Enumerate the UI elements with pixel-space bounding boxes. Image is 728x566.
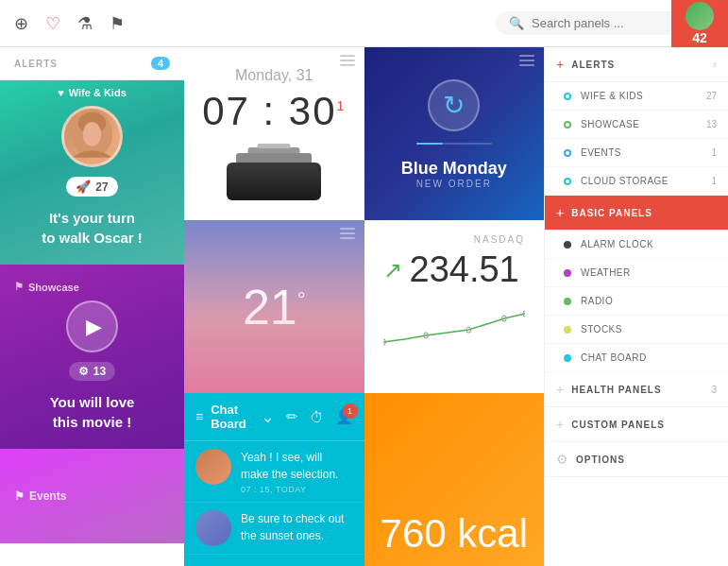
nasdaq-value: ↗ 234.51: [383, 249, 519, 290]
wife-kids-text: It's your turn to walk Oscar !: [42, 208, 143, 248]
sidebar-dot-alarm: [564, 241, 571, 249]
play-button[interactable]: ▶: [66, 300, 118, 352]
heart-icon[interactable]: ♡: [45, 13, 60, 34]
sidebar-item-cloud[interactable]: CLOUD STORAGE 1: [545, 167, 728, 196]
alerts-count: 4: [151, 57, 170, 70]
sidebar-item-radio[interactable]: RADIO: [545, 287, 728, 316]
clock-time: 07 : 301: [202, 89, 346, 134]
showcase-title: ⚑ Showcase: [0, 281, 184, 293]
events-card[interactable]: ⚑ Events: [0, 449, 184, 543]
sidebar-count-events: 1: [711, 147, 717, 158]
nasdaq-chart: [383, 300, 526, 355]
wife-kids-card[interactable]: ♥ Wife & Kids 🚀 27 It's your turn to wal…: [0, 80, 184, 265]
sidebar-basic-header[interactable]: + BASIC PANELS: [545, 196, 728, 231]
notif-count: 42: [692, 30, 707, 45]
sidebar-label-cloud: CLOUD STORAGE: [581, 176, 711, 186]
chat-header: ≡ Chat Board ⌄ ✏ ⏱ 👤 1: [184, 393, 364, 441]
music-icon: ↻: [428, 79, 480, 131]
sidebar-dot-weather: [564, 269, 571, 277]
music-artist: NEW ORDER: [416, 179, 492, 189]
showcase-badge: ⚙ 13: [69, 362, 115, 381]
sidebar-dot-events: [564, 149, 571, 157]
clock-panel: Monday, 31 07 : 301: [184, 47, 364, 220]
nasdaq-panel: NASDAQ ↗ 234.51: [364, 220, 545, 393]
chat-msg-text-1: Yeah ! I see, will make the selection.: [241, 449, 353, 483]
avatar: [686, 2, 714, 30]
chat-edit-icon[interactable]: ✏: [286, 408, 298, 425]
sidebar-options-header[interactable]: ⚙ OPTIONS: [545, 442, 728, 477]
sidebar-health-plus: +: [556, 382, 564, 397]
lab-icon[interactable]: ⚗: [77, 13, 93, 34]
showcase-card[interactable]: ⚑ Showcase ▶ ⚙ 13 You will love this mov…: [0, 265, 184, 449]
sidebar-custom-header[interactable]: + CUSTOM PANELS: [545, 407, 728, 442]
sidebar-count-showcase: 13: [706, 119, 717, 129]
sidebar-label-radio: RADIO: [581, 296, 717, 306]
sidebar-dot-chat: [564, 354, 571, 362]
sidebar-item-stocks[interactable]: STOCKS: [545, 316, 728, 344]
sidebar-label-showcase: SHOWCASE: [581, 119, 706, 129]
chat-panel: ≡ Chat Board ⌄ ✏ ⏱ 👤 1 Yeah ! I see, wil…: [184, 393, 364, 566]
search-bar[interactable]: 🔍: [496, 11, 685, 35]
clock-menu[interactable]: [340, 55, 355, 66]
avatar-box[interactable]: 42: [671, 0, 728, 47]
sidebar-item-chatboard[interactable]: CHAT BOARD: [545, 344, 728, 372]
sidebar-count-wife: 27: [706, 91, 717, 101]
sidebar-alerts-chevron: ›: [713, 58, 717, 71]
sidebar-basic-label: BASIC PANELS: [571, 208, 717, 218]
chat-msg-content-1: Yeah ! I see, will make the selection. 0…: [241, 449, 353, 494]
sidebar-dot-cloud: [564, 178, 571, 185]
sidebar-label-events: EVENTS: [581, 147, 711, 158]
chat-down-icon[interactable]: ⌄: [261, 406, 275, 427]
rotate-icon: ↻: [443, 90, 465, 121]
alerts-header: ALERTS 4: [0, 47, 184, 80]
sidebar-label-chat: CHAT BOARD: [581, 352, 717, 363]
sidebar-alerts-label: ALERTS: [571, 60, 713, 70]
kcal-panel: 760 kcal: [364, 393, 545, 566]
sidebar-label-wife: WIFE & KIDS: [581, 91, 706, 101]
chat-message-2: Be sure to check out the sunset ones.: [184, 503, 364, 555]
sidebar-dot-stocks: [564, 326, 571, 334]
sidebar-label-weather: WEATHER: [581, 267, 717, 278]
chat-person-icon-wrapper: 👤 1: [335, 408, 353, 425]
sidebar-options-label: OPTIONS: [576, 455, 717, 465]
sidebar-count-cloud: 1: [711, 176, 717, 186]
left-panel: ALERTS 4 ♥ Wife & Kids 🚀 27: [0, 47, 184, 566]
search-icon: 🔍: [509, 16, 524, 30]
weather-panel: 21°: [184, 220, 364, 393]
sidebar-label-alarm: ALARM CLOCK: [581, 239, 717, 249]
play-icon: ▶: [86, 315, 102, 339]
add-icon[interactable]: ⊕: [14, 13, 28, 34]
sidebar-health-header[interactable]: + HEALTH PANELS 3: [545, 372, 728, 407]
right-sidebar: + ALERTS › WIFE & KIDS 27 SHOWCASE 13 EV…: [544, 47, 728, 566]
main-layout: ALERTS 4 ♥ Wife & Kids 🚀 27: [0, 47, 728, 566]
chat-message-1: Yeah ! I see, will make the selection. 0…: [184, 441, 364, 503]
clock-notif: 1: [337, 98, 347, 113]
nasdaq-arrow-icon: ↗: [383, 257, 402, 283]
sidebar-dot-showcase: [564, 121, 571, 129]
showcase-text: You will love this movie !: [50, 392, 135, 432]
weather-bg: [184, 289, 364, 393]
top-nav: ⊕ ♡ ⚗ ⚑ 🔍 ⚙ 42: [0, 0, 728, 47]
sidebar-item-weather[interactable]: WEATHER: [545, 259, 728, 287]
chat-msg-content-2: Be sure to check out the sunset ones.: [241, 510, 353, 544]
chat-clock-icon[interactable]: ⏱: [310, 409, 324, 425]
sidebar-item-alarm[interactable]: ALARM CLOCK: [545, 231, 728, 259]
search-input[interactable]: [532, 16, 671, 30]
chat-avatar-2: [195, 510, 231, 546]
sidebar-item-wife-kids[interactable]: WIFE & KIDS 27: [545, 82, 728, 111]
nasdaq-label: NASDAQ: [383, 234, 526, 245]
sidebar-alerts-header[interactable]: + ALERTS ›: [545, 47, 728, 82]
rocket-icon: 🚀: [76, 180, 91, 194]
alerts-title: ALERTS: [14, 59, 58, 69]
chat-menu-icon: ≡: [195, 409, 203, 424]
flag-icon[interactable]: ⚑: [110, 13, 125, 34]
music-menu[interactable]: [519, 55, 534, 66]
sidebar-health-label: HEALTH PANELS: [571, 385, 711, 395]
weather-menu[interactable]: [340, 228, 355, 239]
chat-notif-badge: 1: [343, 403, 358, 419]
chat-msg-time-1: 07 : 15, TODAY: [241, 485, 353, 494]
sidebar-item-showcase[interactable]: SHOWCASE 13: [545, 111, 728, 139]
chat-title: ≡ Chat Board: [195, 403, 261, 431]
sidebar-item-events[interactable]: EVENTS 1: [545, 139, 728, 167]
chat-msg-text-2: Be sure to check out the sunset ones.: [241, 510, 353, 544]
